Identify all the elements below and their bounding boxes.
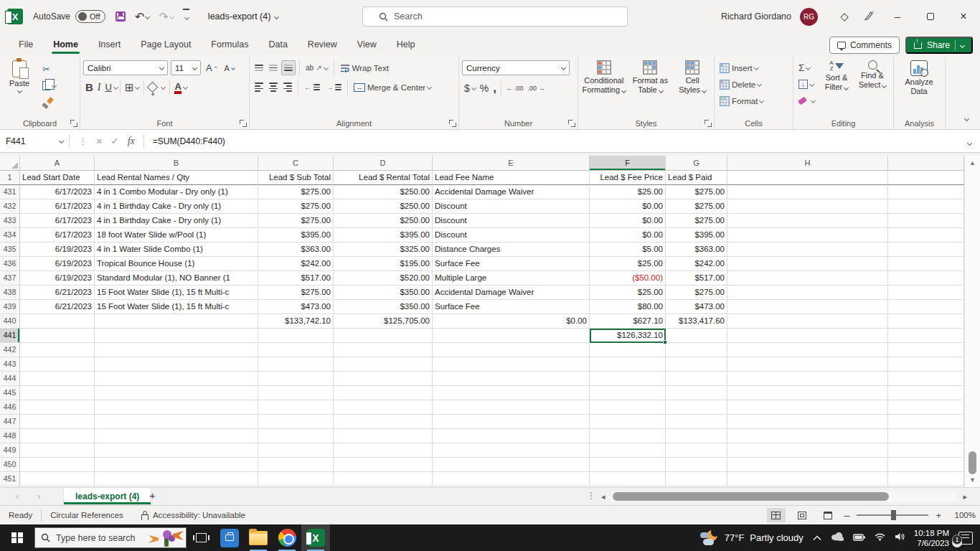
cell-G442[interactable] bbox=[666, 343, 727, 357]
zoom-level[interactable]: 100% bbox=[948, 511, 976, 519]
align-top-button[interactable] bbox=[253, 60, 265, 75]
cell-H436[interactable] bbox=[727, 257, 888, 271]
cell-G443[interactable] bbox=[666, 357, 727, 372]
cell-B445[interactable] bbox=[95, 386, 258, 400]
paste-button[interactable]: Paste bbox=[3, 60, 36, 116]
cell-H445[interactable] bbox=[727, 386, 888, 400]
row-header-445[interactable]: 445 bbox=[0, 386, 20, 400]
enter-button[interactable]: ✓ bbox=[111, 136, 119, 146]
cell-A443[interactable] bbox=[20, 357, 95, 372]
number-dialog-launcher[interactable] bbox=[568, 120, 575, 127]
font-size-select[interactable]: 11 bbox=[171, 60, 201, 75]
cell-B436[interactable]: Tropical Bounce House (1) bbox=[95, 257, 258, 271]
cell-F449[interactable] bbox=[590, 443, 666, 458]
cell-E448[interactable] bbox=[433, 429, 590, 443]
cell-C450[interactable] bbox=[258, 458, 334, 472]
cell-H435[interactable] bbox=[727, 242, 888, 257]
cell-C445[interactable] bbox=[258, 386, 334, 400]
excel-taskbar-button[interactable]: X bbox=[301, 524, 330, 551]
cell-G433[interactable]: $275.00 bbox=[666, 214, 727, 228]
merge-center-button[interactable]: ↔ Merge & Center bbox=[352, 80, 433, 95]
zoom-in-button[interactable]: + bbox=[936, 510, 941, 521]
column-header-F[interactable]: F bbox=[590, 156, 666, 171]
cell-C440[interactable]: $133,742.10 bbox=[258, 314, 334, 329]
document-title[interactable]: leads-export (4) bbox=[208, 11, 279, 22]
cell-A441[interactable] bbox=[20, 329, 95, 343]
cell-G438[interactable]: $275.00 bbox=[666, 286, 727, 300]
orientation-button[interactable]: ab↗ bbox=[303, 60, 330, 75]
cell-B440[interactable] bbox=[95, 314, 258, 329]
cell-F440[interactable]: $627.10 bbox=[590, 314, 666, 329]
shrink-font-button[interactable]: A bbox=[222, 60, 236, 75]
cell-B441[interactable] bbox=[95, 329, 258, 343]
align-left-button[interactable] bbox=[253, 80, 265, 95]
find-select-button[interactable]: Find & Select bbox=[856, 60, 889, 116]
cell-H439[interactable] bbox=[727, 300, 888, 314]
weather-widget[interactable]: 77°F Partly cloudy bbox=[700, 529, 804, 547]
cell-H433[interactable] bbox=[727, 214, 888, 228]
grow-font-button[interactable]: A^ bbox=[204, 60, 219, 75]
cell-F433[interactable]: $0.00 bbox=[590, 214, 666, 228]
align-bottom-button[interactable] bbox=[281, 60, 296, 75]
cell-E1[interactable]: Lead Fee Name bbox=[433, 171, 590, 185]
cell-A450[interactable] bbox=[20, 458, 95, 472]
cell-A436[interactable]: 6/19/2023 bbox=[20, 257, 95, 271]
cell-H434[interactable] bbox=[727, 228, 888, 242]
cell-E432[interactable]: Discount bbox=[433, 199, 590, 214]
cell-B446[interactable] bbox=[95, 400, 258, 415]
cell-B451[interactable] bbox=[95, 472, 258, 486]
cell-G437[interactable]: $517.00 bbox=[666, 271, 727, 286]
cell-C439[interactable]: $473.00 bbox=[258, 300, 334, 314]
align-right-button[interactable] bbox=[281, 80, 294, 95]
onedrive-cloud-icon[interactable] bbox=[831, 532, 844, 543]
scroll-right-icon[interactable]: ▸ bbox=[963, 492, 967, 501]
redo-button[interactable]: ↷ bbox=[159, 10, 173, 24]
cell-C448[interactable] bbox=[258, 429, 334, 443]
coming-soon-pen-icon[interactable] bbox=[857, 10, 881, 23]
premium-diamond-icon[interactable]: ◇ bbox=[832, 10, 857, 23]
scroll-down-icon[interactable]: ▼ bbox=[969, 476, 976, 484]
cell-G436[interactable]: $242.00 bbox=[666, 257, 727, 271]
cell-C447[interactable] bbox=[258, 415, 334, 429]
cell-F447[interactable] bbox=[590, 415, 666, 429]
cell-D1[interactable]: Lead $ Rental Total bbox=[334, 171, 433, 185]
cell-B438[interactable]: 15 Foot Water Slide (1), 15 ft Multi-c bbox=[95, 286, 258, 300]
accessibility-status[interactable]: Accessibility: Unavailable bbox=[132, 506, 254, 524]
clear-button[interactable] bbox=[796, 93, 817, 108]
cell-C433[interactable]: $275.00 bbox=[258, 214, 334, 228]
cell-F444[interactable] bbox=[590, 372, 666, 386]
restore-button[interactable] bbox=[914, 0, 947, 33]
prev-sheet-button[interactable]: ‹ bbox=[16, 491, 19, 501]
cell-H446[interactable] bbox=[727, 400, 888, 415]
insert-cells-button[interactable]: Insert bbox=[717, 60, 790, 75]
row-header-435[interactable]: 435 bbox=[0, 242, 20, 257]
cell-A432[interactable]: 6/17/2023 bbox=[20, 199, 95, 214]
cell-F445[interactable] bbox=[590, 386, 666, 400]
cell-H432[interactable] bbox=[727, 199, 888, 214]
cell-F439[interactable]: $80.00 bbox=[590, 300, 666, 314]
cell-F1[interactable]: Lead $ Fee Price bbox=[590, 171, 666, 185]
row-header-434[interactable]: 434 bbox=[0, 228, 20, 242]
cell-E435[interactable]: Distance Charges bbox=[433, 242, 590, 257]
cell-H450[interactable] bbox=[727, 458, 888, 472]
cell-B450[interactable] bbox=[95, 458, 258, 472]
fill-handle[interactable] bbox=[663, 340, 667, 344]
cell-D438[interactable]: $350.00 bbox=[334, 286, 433, 300]
alignment-dialog-launcher[interactable] bbox=[449, 120, 456, 127]
cell-A438[interactable]: 6/21/2023 bbox=[20, 286, 95, 300]
column-header-A[interactable]: A bbox=[20, 156, 95, 171]
ribbon-tab-view[interactable]: View bbox=[349, 34, 385, 55]
cell-D441[interactable] bbox=[334, 329, 433, 343]
cell-B443[interactable] bbox=[95, 357, 258, 372]
format-cells-button[interactable]: Format bbox=[717, 93, 790, 108]
next-sheet-button[interactable]: › bbox=[37, 491, 40, 501]
cell-C449[interactable] bbox=[258, 443, 334, 458]
fill-color-button[interactable] bbox=[146, 80, 167, 95]
row-header-444[interactable]: 444 bbox=[0, 372, 20, 386]
cell-D437[interactable]: $520.00 bbox=[334, 271, 433, 286]
share-button[interactable]: Share bbox=[905, 37, 973, 54]
cell-E433[interactable]: Discount bbox=[433, 214, 590, 228]
cell-A451[interactable] bbox=[20, 472, 95, 486]
cell-H448[interactable] bbox=[727, 429, 888, 443]
cell-D442[interactable] bbox=[334, 343, 433, 357]
